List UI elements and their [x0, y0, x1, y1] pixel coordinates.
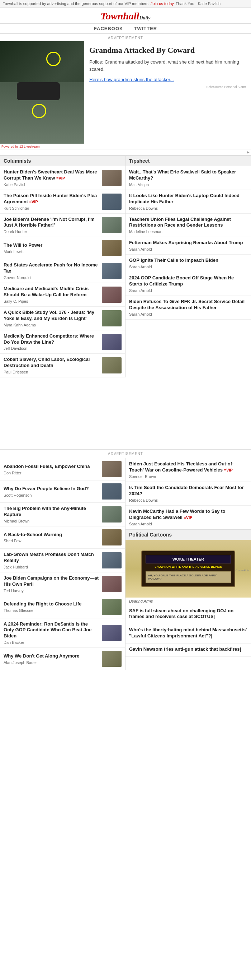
tipsheet-author: Sarah Arnold — [129, 288, 248, 293]
article-thumbnail — [102, 263, 122, 279]
tipsheet-title[interactable]: GOP Ignite Their Calls to Impeach Biden — [129, 258, 248, 264]
article-author: Scott Hogenson — [3, 493, 99, 497]
article-title[interactable]: Joe Biden's Defense 'I'm Not Corrupt, I'… — [3, 216, 99, 229]
article-thumbnail — [102, 529, 122, 546]
tipsheet-author: Sarah Arnold — [129, 312, 248, 317]
site-title: Townhall — [100, 10, 139, 22]
article-title[interactable]: Joe Biden Campaigns on the Economy—at Hi… — [3, 575, 99, 587]
article-title[interactable]: The Will to Power — [3, 242, 99, 248]
article-item: Red States Accelerate Push for No Income… — [0, 259, 125, 283]
bottom-article-item: Joe Biden Campaigns on the Economy—at Hi… — [0, 573, 125, 596]
section-break — [0, 377, 251, 449]
bottom-two-col: Abandon Fossil Fuels, Empower China Don … — [0, 458, 251, 670]
hero-link[interactable]: Here's how grandma stuns the attacker... — [89, 77, 174, 82]
saf-item: SAF is full steam ahead on challenging D… — [125, 605, 251, 625]
tipsheet-title[interactable]: Teachers Union Files Legal Challenge Aga… — [129, 216, 248, 229]
bottom-article-item: The Big Problem with the Any-Minute Rapt… — [0, 503, 125, 527]
article-thumbnail — [102, 310, 122, 326]
article-author: Michael Brown — [3, 519, 99, 523]
top-bar-thanks: . Thank You - Katie Pavlich — [174, 2, 221, 6]
cartoon-theater: WOKE THEATER SNOW NON-WHITE AND THE 7 DI… — [141, 550, 235, 587]
article-title[interactable]: Defending the Right to Choose Life — [3, 601, 99, 607]
article-title[interactable]: Why Do Fewer People Believe In God? — [3, 486, 99, 492]
nav-bar: FACEBOOK TWITTER — [0, 23, 251, 34]
saf-title[interactable]: Gavin Newsom tries anti-gun attack that … — [129, 646, 248, 652]
article-title[interactable]: The Poison Pill Inside Hunter Biden's Pl… — [3, 193, 99, 205]
bottom-article-item: Defending the Right to Choose Life Thoma… — [0, 596, 125, 618]
article-author: Kurt Schlichter — [3, 206, 99, 210]
article-thumbnail — [102, 506, 122, 522]
hero-title: Grandma Attacked By Coward — [89, 46, 246, 55]
article-title[interactable]: A Quick Bible Study Vol. 176 - Jesus: 'M… — [3, 310, 99, 322]
tipsheet-title[interactable]: Biden Just Escalated His 'Reckless and O… — [129, 461, 248, 473]
article-title[interactable]: Medicare and Medicaid's Midlife Crisis S… — [3, 286, 99, 298]
article-title[interactable]: Cobalt Slavery, Child Labor, Ecological … — [3, 356, 99, 369]
columnists-col: Columnists Hunter Biden's Sweetheart Dea… — [0, 156, 125, 377]
columnists-header: Columnists — [0, 156, 125, 166]
article-thumbnail — [102, 576, 122, 592]
article-title[interactable]: A 2024 Reminder: Ron DeSantis Is the Onl… — [3, 621, 99, 640]
bottom-col-left: Abandon Fossil Fuels, Empower China Don … — [0, 458, 125, 670]
article-item: Medically Enhanced Competitors: Where Do… — [0, 330, 125, 354]
article-thumbnail — [102, 334, 122, 350]
tipsheet-title[interactable]: Biden Refuses To Give RFK Jr. Secret Ser… — [129, 299, 248, 311]
article-author: Mark Lewis — [3, 250, 99, 254]
article-title[interactable]: Medically Enhanced Competitors: Where Do… — [3, 333, 99, 345]
tipsheet-author: Rebecca Downs — [129, 498, 248, 503]
article-title[interactable]: Lab-Grown Meat's Promises Don't Match Re… — [3, 552, 99, 564]
tipsheet-author: Sarah Arnold — [129, 265, 248, 269]
article-title[interactable]: Red States Accelerate Push for No Income… — [3, 262, 99, 274]
article-item: Hunter Biden's Sweetheart Deal Was More … — [0, 166, 125, 190]
article-author: Katie Pavlich — [3, 183, 99, 187]
saf-title[interactable]: Who's the liberty-hating mind behind Mas… — [129, 627, 248, 639]
powered-by: Powered by 12 Livestream — [0, 144, 84, 149]
article-thumbnail — [102, 599, 122, 615]
tipsheet-item: Biden Refuses To Give RFK Jr. Secret Ser… — [125, 296, 251, 320]
tipsheet-title[interactable]: It Looks Like Hunter Biden's Laptop Coul… — [129, 193, 248, 205]
article-title[interactable]: Hunter Biden's Sweetheart Deal Was More … — [3, 169, 99, 181]
tipsheet-title[interactable]: Kevin McCarthy Had a Few Words to Say to… — [129, 509, 248, 521]
article-title[interactable]: Abandon Fossil Fuels, Empower China — [3, 464, 99, 470]
tipsheet-item: Kevin McCarthy Had a Few Words to Say to… — [125, 506, 251, 529]
hero-image-container: Powered by 12 Livestream — [0, 41, 84, 149]
tipsheet-item: Wait...That's What Eric Swalwell Said to… — [125, 166, 251, 190]
article-author: Ted Harvey — [3, 589, 99, 593]
tipsheet-title[interactable]: 2024 GOP Candidate Booed Off Stage When … — [129, 275, 248, 287]
article-thumbnail — [102, 240, 122, 256]
article-author: Sheri Few — [3, 539, 99, 543]
article-author: Paul Driessen — [3, 370, 99, 374]
nav-facebook[interactable]: FACEBOOK — [94, 26, 123, 31]
saf-item: Who's the liberty-hating mind behind Mas… — [125, 624, 251, 644]
tipsheet-author: Madeline Leesman — [129, 229, 248, 234]
hero-content: Grandma Attacked By Coward Police: Grand… — [84, 41, 251, 149]
article-thumbnail — [102, 552, 122, 568]
bottom-article-item: A Back-to-School Warning Sheri Few — [0, 527, 125, 549]
bottom-article-item: Why Do Fewer People Believe In God? Scot… — [0, 480, 125, 503]
article-title[interactable]: The Big Problem with the Any-Minute Rapt… — [3, 506, 99, 518]
tipsheet-author: Spencer Brown — [129, 474, 248, 479]
nav-twitter[interactable]: TWITTER — [134, 26, 157, 31]
article-thumbnail — [102, 484, 122, 500]
tipsheet-item: 2024 GOP Candidate Booed Off Stage When … — [125, 272, 251, 296]
tipsheet-title[interactable]: Fetterman Makes Surprising Remarks About… — [129, 240, 248, 246]
tipsheet-title[interactable]: Wait...That's What Eric Swalwell Said to… — [129, 169, 248, 181]
bottom-article-item: Why We Don't Get Along Anymore Alan Jose… — [0, 648, 125, 670]
saf-title[interactable]: SAF is full steam ahead on challenging D… — [129, 608, 248, 620]
article-author: Sally C. Pipes — [3, 299, 99, 304]
tipsheet-item: GOP Ignite Their Calls to Impeach Biden … — [125, 255, 251, 272]
article-author: Derek Hunter — [3, 229, 99, 234]
site-header: TownhallDaily — [0, 8, 251, 23]
tipsheet-item: It Looks Like Hunter Biden's Laptop Coul… — [125, 190, 251, 214]
tipsheet-title[interactable]: Is Tim Scott the Candidate Democrats Fea… — [129, 485, 248, 497]
article-title[interactable]: Why We Don't Get Along Anymore — [3, 653, 99, 659]
bottom-article-item: A 2024 Reminder: Ron DeSantis Is the Onl… — [0, 618, 125, 648]
join-link[interactable]: Join us today — [151, 2, 174, 6]
hero-description: Police: Grandma attacked by coward, what… — [89, 59, 246, 73]
ad-bar: ▶ — [0, 150, 251, 155]
article-author: Don Ritter — [3, 471, 99, 475]
article-title[interactable]: A Back-to-School Warning — [3, 532, 99, 538]
two-col-section: Columnists Hunter Biden's Sweetheart Dea… — [0, 155, 251, 377]
article-author: Dan Backer — [3, 640, 99, 644]
article-thumbnail — [102, 194, 122, 210]
hero-ad: Powered by 12 Livestream Grandma Attacke… — [0, 41, 251, 150]
